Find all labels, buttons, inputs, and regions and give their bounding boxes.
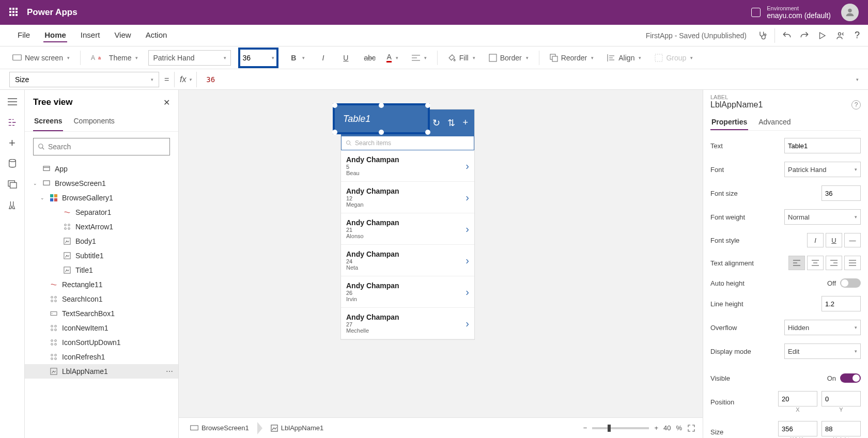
tab-components[interactable]: Components — [72, 114, 115, 131]
zoom-slider[interactable] — [592, 427, 649, 429]
prop-height-input[interactable] — [822, 421, 861, 436]
help-icon[interactable]: ? — [851, 30, 863, 41]
font-size-input[interactable]: ▾ — [238, 48, 278, 68]
close-icon[interactable]: ✕ — [163, 98, 170, 107]
hamburger-icon[interactable] — [7, 96, 18, 107]
node-label: App — [55, 165, 68, 173]
waffle-icon[interactable] — [9, 8, 19, 17]
align-right-button[interactable] — [826, 256, 842, 270]
tab-screens[interactable]: Screens — [33, 114, 63, 131]
prop-overflow-select[interactable]: Hidden▾ — [784, 320, 861, 335]
crumb-item[interactable]: LblAppName1 — [267, 422, 328, 434]
fx-icon[interactable]: fx▾ — [174, 72, 197, 87]
tab-properties[interactable]: Properties — [710, 115, 748, 130]
list-item[interactable]: Andy Champan26Irvin› — [341, 276, 474, 308]
tree-node[interactable]: App — [25, 162, 178, 176]
prop-width-input[interactable] — [778, 421, 817, 436]
prop-displaymode-select[interactable]: Edit▾ — [784, 343, 861, 359]
share-icon[interactable] — [834, 30, 845, 41]
reorder-button[interactable]: Reorder▾ — [547, 52, 597, 64]
menu-insert[interactable]: Insert — [80, 28, 101, 42]
theme-button[interactable]: Aa Theme▾ — [88, 52, 142, 64]
play-icon[interactable] — [816, 30, 828, 41]
align-justify-button[interactable] — [844, 256, 861, 270]
style-strike-button[interactable]: — — [844, 233, 861, 247]
list-item[interactable]: Andy Champan24Neta› — [341, 245, 474, 276]
plus-icon[interactable]: + — [462, 117, 468, 129]
menu-action[interactable]: Action — [145, 28, 168, 42]
stethoscope-icon[interactable] — [757, 30, 768, 41]
tree-node[interactable]: ⌄BrowseGallery1 — [25, 191, 178, 205]
sort-icon[interactable]: ⇅ — [447, 117, 455, 129]
font-select[interactable]: Patrick Hand▾ — [148, 50, 231, 66]
prop-font-select[interactable]: Patrick Hand▾ — [784, 162, 861, 177]
more-icon[interactable]: ⋯ — [166, 367, 173, 376]
tree-node[interactable]: IconRefresh1 — [25, 350, 178, 364]
prop-x-input[interactable] — [778, 391, 817, 406]
prop-lineheight-input[interactable] — [822, 296, 861, 311]
zoom-minus[interactable]: − — [583, 424, 587, 432]
prop-text-input[interactable] — [784, 138, 861, 153]
tree-node[interactable]: Subtitle1 — [25, 248, 178, 263]
bold-button[interactable]: B▾ — [286, 52, 308, 64]
list-item[interactable]: Andy Champan12Megan› — [341, 182, 474, 213]
tree-node[interactable]: NextArrow1 — [25, 220, 178, 234]
tree-node[interactable]: Title1 — [25, 263, 178, 277]
menu-view[interactable]: View — [113, 28, 132, 42]
align-center-button[interactable] — [807, 256, 824, 270]
italic-button[interactable]: I — [315, 52, 331, 64]
crumb-screen[interactable]: BrowseScreen1 — [186, 422, 253, 434]
data-icon[interactable] — [7, 158, 18, 169]
text-align-button[interactable]: ▾ — [409, 52, 430, 64]
canvas[interactable]: ↖ Table1 ↻ ⇅ + Search items Andy Champan… — [179, 90, 703, 438]
environment-selector[interactable]: Environment enayu.com (default) — [751, 6, 831, 20]
info-icon[interactable]: ? — [851, 100, 861, 110]
menu-home[interactable]: Home — [43, 28, 67, 42]
tree-search[interactable] — [33, 138, 170, 155]
tree-node[interactable]: SearchIcon1 — [25, 292, 178, 306]
formula-value[interactable]: 36 — [206, 75, 215, 84]
tree-node[interactable]: Body1 — [25, 234, 178, 248]
border-button[interactable]: Border▾ — [486, 52, 532, 64]
autoheight-toggle[interactable] — [840, 278, 861, 288]
phone-search[interactable]: Search items — [341, 136, 474, 150]
list-item[interactable]: Andy Champan21Alonso› — [341, 213, 474, 245]
tree-node[interactable]: Rectangle11 — [25, 277, 178, 292]
style-italic-button[interactable]: I — [807, 233, 824, 247]
undo-icon[interactable] — [781, 30, 793, 41]
list-item[interactable]: Andy Champan5Beau› — [341, 150, 474, 182]
tree-node[interactable]: Separator1 — [25, 205, 178, 220]
add-icon[interactable]: + — [7, 137, 18, 149]
visible-toggle[interactable] — [840, 373, 861, 383]
tree-node[interactable]: TextSearchBox1 — [25, 306, 178, 321]
zoom-plus[interactable]: + — [654, 424, 658, 432]
list-item[interactable]: Andy Champan27Mechelle› — [341, 308, 474, 339]
formula-expand-icon[interactable]: ▾ — [856, 77, 859, 82]
property-select[interactable]: Size▾ — [9, 72, 159, 87]
align-button[interactable]: Align▾ — [604, 52, 644, 64]
selected-label[interactable]: Table1 — [333, 103, 430, 134]
new-screen-button[interactable]: New screen▾ — [9, 52, 73, 64]
redo-icon[interactable] — [799, 30, 810, 41]
tree-node[interactable]: IconSortUpDown1 — [25, 335, 178, 350]
underline-button[interactable]: U — [338, 52, 353, 64]
tree-node[interactable]: LblAppName1⋯ — [25, 364, 178, 379]
prop-fontweight-select[interactable]: Normal▾ — [784, 209, 861, 225]
font-color-button[interactable]: A▾ — [383, 51, 401, 65]
tree-view-icon[interactable] — [7, 117, 18, 128]
tree-node[interactable]: IconNewItem1 — [25, 321, 178, 335]
tools-icon[interactable] — [7, 199, 18, 211]
tree-node[interactable]: ⌄BrowseScreen1 — [25, 176, 178, 191]
fit-screen-icon[interactable] — [687, 424, 695, 432]
prop-fontsize-input[interactable] — [822, 185, 861, 201]
media-icon[interactable] — [7, 179, 18, 190]
tab-advanced[interactable]: Advanced — [757, 115, 792, 130]
style-underline-button[interactable]: U — [826, 233, 842, 247]
refresh-icon[interactable]: ↻ — [432, 117, 440, 129]
strike-button[interactable]: abc — [361, 52, 376, 64]
align-left-button[interactable] — [788, 256, 805, 270]
prop-y-input[interactable] — [822, 391, 861, 406]
avatar[interactable] — [841, 4, 859, 21]
fill-button[interactable]: Fill▾ — [445, 52, 478, 64]
menu-file[interactable]: File — [17, 28, 31, 42]
